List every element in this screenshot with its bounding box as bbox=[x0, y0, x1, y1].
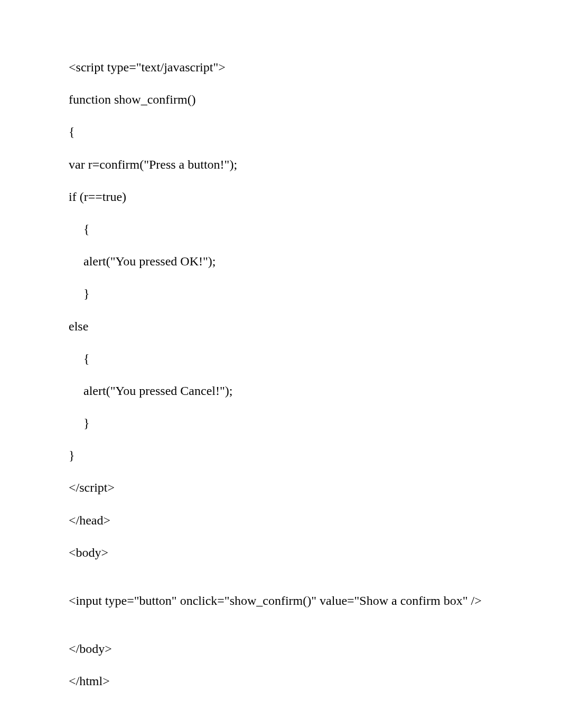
code-line: </body> bbox=[69, 641, 492, 657]
code-line: </html> bbox=[69, 673, 492, 689]
code-line: </script> bbox=[69, 480, 492, 496]
code-line: } bbox=[69, 415, 492, 431]
code-line: function show_confirm() bbox=[69, 91, 492, 108]
code-line: <body> bbox=[69, 545, 492, 561]
code-line: alert("You pressed Cancel!"); bbox=[69, 383, 492, 399]
code-line: </head> bbox=[69, 512, 492, 529]
code-line: { bbox=[69, 351, 492, 367]
blank-line bbox=[69, 577, 492, 593]
code-line: } bbox=[69, 285, 492, 302]
code-line: <input type="button" onclick="show_confi… bbox=[69, 593, 492, 609]
code-line: { bbox=[69, 124, 492, 140]
code-line: <script type="text/javascript"> bbox=[69, 59, 492, 76]
code-line: if (r==true) bbox=[69, 189, 492, 205]
code-line: else bbox=[69, 318, 492, 335]
blank-line bbox=[69, 625, 492, 641]
code-line: alert("You pressed OK!"); bbox=[69, 253, 492, 270]
document-page: <script type="text/javascript"> function… bbox=[0, 0, 561, 690]
code-line: { bbox=[69, 221, 492, 237]
code-line: var r=confirm("Press a button!"); bbox=[69, 156, 492, 173]
code-line: } bbox=[69, 447, 492, 464]
